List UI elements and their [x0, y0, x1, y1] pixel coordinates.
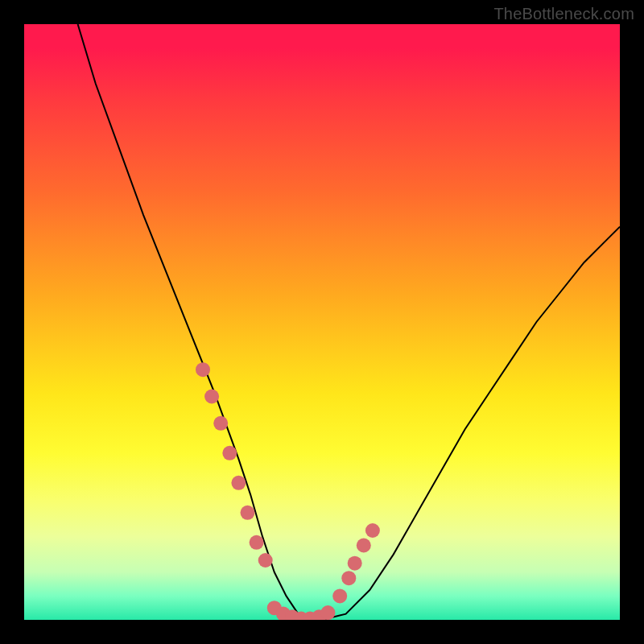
watermark-text: TheBottleneck.com: [493, 5, 634, 23]
highlight-dots-bottom: [267, 601, 336, 620]
highlight-dot: [258, 553, 273, 568]
highlight-dot: [231, 476, 246, 490]
highlight-dots-right: [332, 523, 380, 603]
highlight-dot: [357, 539, 371, 553]
highlight-dot: [196, 362, 210, 377]
highlight-dot: [213, 416, 228, 431]
highlight-dot: [365, 523, 380, 538]
highlight-dot: [222, 446, 237, 460]
plot-area: [24, 24, 620, 620]
highlight-dot: [332, 588, 347, 603]
highlight-dot: [348, 556, 362, 571]
chart-frame: TheBottleneck.com: [0, 0, 644, 644]
highlight-dot: [241, 506, 255, 520]
highlight-dot: [341, 571, 356, 585]
highlight-dot: [250, 535, 264, 550]
curve-layer: [24, 24, 620, 620]
highlight-dots-left: [196, 362, 273, 568]
highlight-dot: [204, 390, 219, 404]
bottleneck-curve: [78, 24, 620, 620]
highlight-dot: [320, 605, 335, 620]
